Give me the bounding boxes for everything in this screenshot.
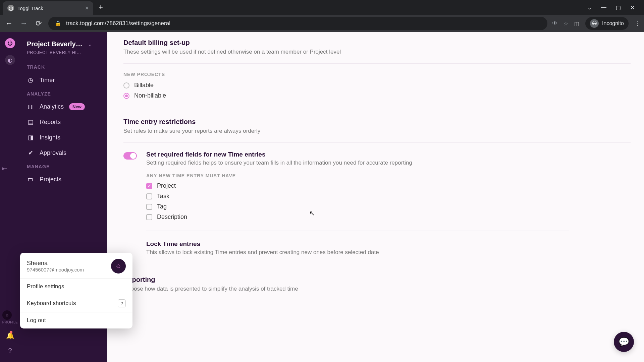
radio-label: Non-billable [134, 92, 166, 99]
approvals-icon: ✔ [27, 149, 34, 157]
nav-item-insights[interactable]: ◨ Insights [20, 130, 107, 145]
required-fields-block: Set required fields for new Time entries… [123, 151, 631, 166]
minimize-icon[interactable]: — [601, 4, 606, 11]
radio-icon [123, 93, 129, 99]
new-tab-button[interactable]: + [99, 3, 103, 12]
nav-label: Reports [40, 119, 61, 126]
radio-non-billable[interactable]: Non-billable [123, 92, 631, 99]
logout-item[interactable]: Log out [20, 312, 132, 328]
nav-section-track: TRACK [20, 61, 107, 72]
chat-icon: 💬 [619, 337, 629, 347]
extensions-icon[interactable]: ◫ [574, 20, 579, 27]
nav-label: Projects [40, 176, 61, 183]
close-icon[interactable]: × [85, 5, 89, 12]
url-text: track.toggl.com/7862831/settings/general [66, 20, 170, 27]
check-tag[interactable]: Tag [146, 203, 631, 210]
divider [123, 63, 631, 64]
restrictions-subtitle: Set rules to make sure your reports are … [123, 128, 631, 134]
billing-title: Default billing set-up [123, 39, 631, 47]
nav-item-projects[interactable]: 🗀 Projects [20, 172, 107, 187]
required-checks: ANY NEW TIME ENTRY MUST HAVE Project Tas… [146, 173, 631, 221]
sidebar-rail: ⏻ ◐ [0, 32, 20, 362]
incognito-label: Incognito [602, 20, 624, 26]
close-window-icon[interactable]: ✕ [630, 4, 635, 11]
avatar: ☺ [111, 259, 126, 274]
radio-icon [123, 82, 129, 88]
profile-popover: Sheena 97456007@moodjoy.com ☺ Profile se… [20, 253, 132, 328]
nav-item-approvals[interactable]: ✔ Approvals [20, 145, 107, 161]
keyboard-shortcuts-item[interactable]: Keyboard shortcuts ? [20, 295, 132, 312]
browser-chrome: ⏻ Toggl Track × + ⌄ — ▢ ✕ ← → ⟳ 🔒 track.… [0, 0, 644, 32]
analytics-icon: ⫿⫿ [27, 103, 34, 110]
tab-title: Toggl Track [17, 5, 43, 11]
reporting-subtitle: Choose how data is presented to simplify… [123, 286, 631, 292]
item-label: Profile settings [27, 283, 64, 290]
required-fields-toggle[interactable] [123, 152, 137, 160]
reload-button[interactable]: ⟳ [34, 19, 44, 28]
required-desc: Setting required fields helps to ensure … [146, 160, 631, 166]
nav-section-manage: MANAGE [20, 161, 107, 172]
reports-icon: ▤ [27, 118, 34, 126]
radio-label: Billable [134, 82, 154, 89]
chat-button[interactable]: 💬 [614, 332, 634, 352]
workspace-name: Project Beverly … [27, 40, 84, 48]
workspace-selector[interactable]: Project Beverly … ⌄ [20, 38, 107, 50]
user-name: Sheena [27, 260, 84, 267]
star-icon[interactable]: ☆ [564, 20, 568, 27]
incognito-indicator[interactable]: 🕶 Incognito [585, 17, 629, 30]
power-icon[interactable]: ⏻ [5, 38, 15, 48]
must-have-label: ANY NEW TIME ENTRY MUST HAVE [146, 173, 631, 178]
divider [123, 142, 631, 143]
chevron-down-icon[interactable]: ⌄ [587, 4, 592, 11]
check-label: Task [157, 193, 169, 200]
popover-header: Sheena 97456007@moodjoy.com ☺ [20, 253, 132, 278]
radio-billable[interactable]: Billable [123, 82, 631, 89]
profile-settings-item[interactable]: Profile settings [20, 279, 132, 295]
lock-title: Lock Time entries [146, 240, 631, 248]
incognito-icon: 🕶 [590, 19, 599, 28]
divider [146, 231, 569, 231]
clock-icon[interactable]: ◐ [5, 55, 15, 65]
check-label: Tag [157, 203, 167, 210]
eye-off-icon[interactable]: 👁 [552, 20, 557, 26]
item-label: Log out [27, 317, 46, 324]
check-description[interactable]: Description [146, 214, 631, 221]
maximize-icon[interactable]: ▢ [616, 4, 621, 11]
checkbox-icon [146, 204, 152, 210]
nav-label: Timer [40, 77, 55, 84]
chevron-down-icon: ⌄ [88, 42, 92, 47]
folder-icon: 🗀 [27, 176, 34, 183]
restrictions-title: Time entry restrictions [123, 118, 631, 126]
back-button[interactable]: ← [4, 19, 14, 28]
billing-subtitle: These settings will be used if not defin… [123, 49, 631, 55]
item-label: Keyboard shortcuts [27, 300, 76, 307]
app-root: ⏻ ◐ Project Beverly … ⌄ PROJECT BEVERLY … [0, 32, 644, 362]
check-task[interactable]: Task [146, 193, 631, 200]
check-label: Project [157, 182, 176, 189]
new-badge: New [69, 103, 85, 110]
nav-label: Insights [40, 134, 60, 141]
new-projects-label: NEW PROJECTS [123, 72, 631, 77]
checkbox-icon [146, 193, 152, 199]
tab-favicon: ⏻ [7, 5, 14, 11]
lock-desc: This allows to lock existing Time entrie… [146, 249, 631, 256]
url-input[interactable]: 🔒 track.toggl.com/7862831/settings/gener… [48, 17, 547, 30]
window-controls: ⌄ — ▢ ✕ [587, 4, 641, 11]
checkbox-icon [146, 183, 152, 189]
forward-button[interactable]: → [19, 19, 29, 28]
user-email: 97456007@moodjoy.com [27, 267, 84, 273]
nav-item-reports[interactable]: ▤ Reports [20, 114, 107, 130]
nav-item-timer[interactable]: ◷ Timer [20, 72, 107, 88]
timer-icon: ◷ [27, 76, 34, 84]
nav-item-analytics[interactable]: ⫿⫿ Analytics New [20, 99, 107, 114]
check-project[interactable]: Project [146, 182, 631, 189]
menu-icon[interactable]: ⋮ [635, 20, 640, 27]
tab-bar: ⏻ Toggl Track × + ⌄ — ▢ ✕ [0, 0, 644, 15]
nav-label: Analytics [40, 103, 64, 110]
keyboard-hint: ? [118, 299, 126, 307]
browser-tab[interactable]: ⏻ Toggl Track × [3, 1, 93, 15]
nav-section-analyze: ANALYZE [20, 88, 107, 99]
address-bar: ← → ⟳ 🔒 track.toggl.com/7862831/settings… [0, 15, 644, 32]
main-content: Default billing set-up These settings wi… [107, 32, 644, 362]
required-title: Set required fields for new Time entries [146, 151, 631, 158]
